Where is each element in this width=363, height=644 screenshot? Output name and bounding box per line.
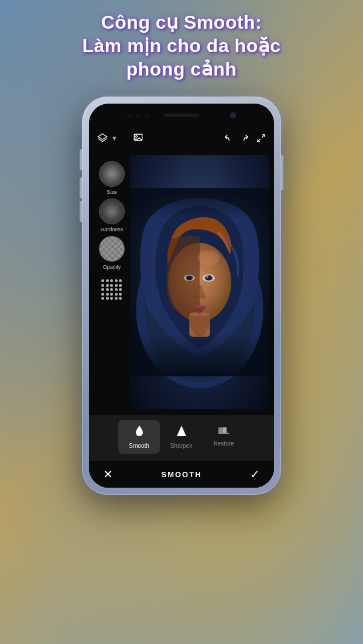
layers-icon[interactable] xyxy=(97,133,108,143)
sensor-dot-1 xyxy=(127,114,131,118)
phone-screen: ▼ xyxy=(89,104,274,488)
redo-icon[interactable] xyxy=(240,133,249,143)
restore-icon xyxy=(217,424,230,438)
smooth-icon xyxy=(133,424,145,440)
editor-area: Size Hardness Opacity xyxy=(89,149,274,488)
page-title: Công cụ Smooth: Làm mịn cho da hoặc phon… xyxy=(23,11,340,81)
brush-grid xyxy=(101,279,122,300)
front-camera xyxy=(230,112,236,118)
toolbar-left: ▼ xyxy=(97,133,143,143)
svg-point-18 xyxy=(193,296,198,299)
hardness-tool[interactable]: Hardness xyxy=(99,198,125,232)
size-tool[interactable]: Size xyxy=(99,161,125,195)
opacity-label: Opacity xyxy=(103,264,121,270)
portrait-image xyxy=(130,155,269,409)
sharpen-icon xyxy=(176,424,187,440)
import-icon[interactable] xyxy=(133,133,143,143)
notch-bar xyxy=(89,104,274,127)
speaker-grille xyxy=(164,114,199,117)
svg-line-4 xyxy=(258,139,261,142)
bottom-tools-bar: Smooth Sharpen xyxy=(89,415,274,461)
svg-rect-25 xyxy=(223,427,227,433)
confirm-button[interactable]: ✓ xyxy=(250,467,260,481)
sharpen-tool-button[interactable]: Sharpen xyxy=(160,420,203,454)
toolbar-right xyxy=(224,133,266,143)
svg-marker-23 xyxy=(177,426,186,436)
svg-line-3 xyxy=(262,135,265,138)
canvas-zone: Size Hardness Opacity xyxy=(89,149,274,415)
svg-point-19 xyxy=(201,296,207,299)
sharpen-label: Sharpen xyxy=(170,443,193,449)
svg-point-2 xyxy=(135,136,137,138)
svg-rect-22 xyxy=(130,189,269,219)
phone-mockup: ▼ xyxy=(82,97,281,495)
size-label: Size xyxy=(107,189,117,195)
image-canvas[interactable] xyxy=(130,155,269,409)
svg-rect-21 xyxy=(130,334,269,376)
title-section: Công cụ Smooth: Làm mịn cho da hoặc phon… xyxy=(0,11,363,81)
action-title: SMOOTH xyxy=(161,470,201,479)
svg-point-20 xyxy=(198,251,220,265)
hardness-label: Hardness xyxy=(101,227,124,232)
left-tools: Size Hardness Opacity xyxy=(94,155,130,409)
app-toolbar: ▼ xyxy=(89,127,274,149)
brush-pattern-tool[interactable] xyxy=(101,276,122,300)
smooth-label: Smooth xyxy=(129,443,149,449)
restore-label: Restore xyxy=(214,440,234,447)
opacity-circle xyxy=(99,236,125,262)
fullscreen-icon[interactable] xyxy=(256,133,266,143)
cancel-button[interactable]: ✕ xyxy=(103,467,113,481)
opacity-tool[interactable]: Opacity xyxy=(99,236,125,270)
phone-frame: ▼ xyxy=(82,97,281,495)
size-circle xyxy=(99,161,125,187)
restore-tool-button[interactable]: Restore xyxy=(203,420,245,451)
svg-point-17 xyxy=(187,276,191,280)
svg-point-14 xyxy=(207,276,208,278)
sensor-dot-3 xyxy=(145,114,149,118)
hardness-circle xyxy=(99,198,125,224)
action-bar: ✕ SMOOTH ✓ xyxy=(89,461,274,488)
svg-marker-0 xyxy=(98,134,107,140)
undo-icon[interactable] xyxy=(224,133,233,143)
sensor-dot-2 xyxy=(136,114,140,118)
smooth-tool-button[interactable]: Smooth xyxy=(118,420,159,454)
chevron-down-icon[interactable]: ▼ xyxy=(111,135,118,142)
